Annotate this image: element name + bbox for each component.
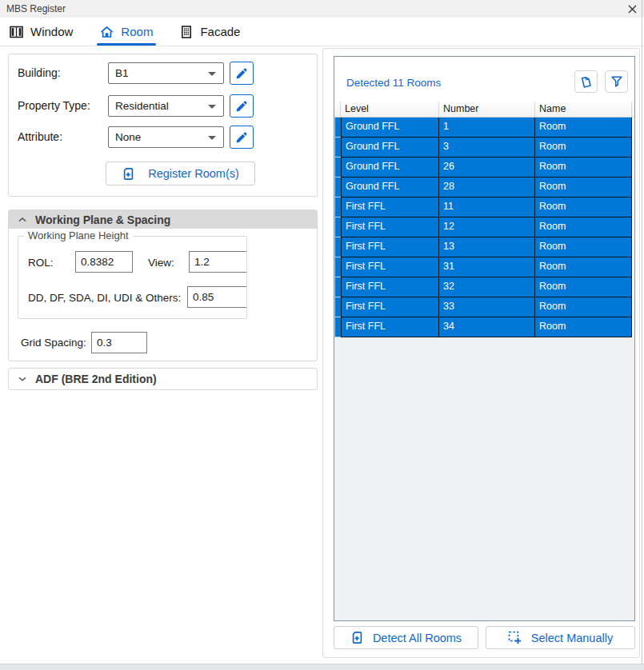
register-rooms-button[interactable]: Register Room(s)	[106, 162, 255, 185]
table-cell[interactable]: Room	[535, 138, 632, 158]
rol-input[interactable]	[75, 251, 133, 273]
working-plane-height-groupbox: ROL: View: DD, DF, SDA, DI, UDI & Others…	[18, 236, 247, 319]
table-corner-cell	[334, 102, 341, 117]
row-selector-gutter[interactable]	[334, 317, 341, 337]
adf-expander-header[interactable]: ADF (BRE 2nd Edition)	[8, 368, 318, 390]
tab-bar: Window Room Facade	[0, 18, 644, 46]
tab-room[interactable]: Room	[97, 18, 156, 46]
page-button[interactable]	[574, 70, 598, 93]
table-cell[interactable]: 13	[439, 237, 535, 257]
building-select[interactable]: B1	[108, 62, 224, 84]
working-plane-expander-header[interactable]: Working Plane & Spacing	[9, 210, 317, 229]
table-cell[interactable]: Room	[535, 257, 632, 277]
tab-room-label: Room	[121, 25, 153, 38]
column-header-level[interactable]: Level	[341, 102, 439, 117]
edit-property-type-button[interactable]	[230, 94, 254, 118]
rol-label: ROL:	[28, 252, 54, 273]
table-row[interactable]: Ground FFL28Room	[334, 177, 634, 197]
table-row[interactable]: Ground FFL1Room	[334, 118, 634, 138]
table-cell[interactable]: Room	[535, 317, 632, 337]
column-header-number[interactable]: Number	[439, 102, 535, 117]
table-cell[interactable]: First FFL	[341, 277, 439, 297]
table-row[interactable]: First FFL12Room	[334, 217, 634, 237]
table-row[interactable]: First FFL13Room	[334, 237, 634, 257]
table-cell[interactable]: 34	[439, 317, 535, 337]
table-cell[interactable]: 1	[439, 118, 535, 138]
table-cell[interactable]: 31	[439, 257, 535, 277]
property-type-label: Property Type:	[18, 95, 90, 117]
table-cell[interactable]: 11	[439, 197, 535, 217]
chevron-down-icon	[208, 105, 216, 109]
chevron-down-icon	[208, 72, 216, 76]
table-cell[interactable]: First FFL	[341, 317, 439, 337]
row-selector-gutter[interactable]	[334, 118, 341, 138]
table-cell[interactable]: First FFL	[341, 197, 439, 217]
table-cell[interactable]: 26	[439, 158, 535, 177]
dashed-selection-plus-icon	[508, 631, 522, 645]
table-cell[interactable]: Room	[535, 118, 632, 138]
edit-attribute-button[interactable]	[230, 126, 254, 149]
detect-all-rooms-label: Detect All Rooms	[373, 632, 462, 644]
table-row[interactable]: First FFL32Room	[334, 277, 634, 297]
table-cell[interactable]: Ground FFL	[341, 158, 439, 177]
row-selector-gutter[interactable]	[334, 197, 341, 217]
chevron-down-icon	[18, 377, 26, 381]
table-row[interactable]: First FFL31Room	[334, 257, 634, 277]
table-cell[interactable]: 33	[439, 297, 535, 317]
row-selector-gutter[interactable]	[334, 217, 341, 237]
table-cell[interactable]: Room	[535, 197, 632, 217]
table-cell[interactable]: Room	[535, 277, 632, 297]
table-cell[interactable]: First FFL	[341, 217, 439, 237]
property-type-select[interactable]: Residential	[108, 95, 224, 117]
attribute-select[interactable]: None	[108, 126, 224, 148]
row-selector-gutter[interactable]	[334, 138, 341, 158]
filter-button[interactable]	[605, 70, 628, 93]
close-button[interactable]	[626, 3, 638, 15]
dd-df-sda-input[interactable]	[187, 286, 247, 308]
table-cell[interactable]: 12	[439, 217, 535, 237]
table-row[interactable]: Ground FFL26Room	[334, 158, 634, 177]
row-selector-gutter[interactable]	[334, 158, 341, 177]
select-manually-button[interactable]: Select Manually	[486, 626, 635, 649]
table-cell[interactable]: 28	[439, 177, 535, 197]
row-selector-gutter[interactable]	[334, 277, 341, 297]
table-cell[interactable]: Ground FFL	[341, 118, 439, 138]
table-cell[interactable]: Room	[535, 237, 632, 257]
view-input[interactable]	[189, 251, 247, 273]
detect-all-rooms-button[interactable]: Detect All Rooms	[334, 626, 478, 649]
table-cell[interactable]: First FFL	[341, 237, 439, 257]
table-cell[interactable]: Room	[535, 217, 632, 237]
select-manually-label: Select Manually	[531, 632, 613, 644]
table-row[interactable]: First FFL34Room	[334, 317, 634, 337]
tab-facade[interactable]: Facade	[177, 18, 243, 46]
window-icon	[10, 26, 23, 38]
pencil-icon	[235, 100, 248, 113]
rooms-list-container: Detected 11 Rooms Level Number Name	[334, 56, 635, 621]
table-body: Ground FFL1RoomGround FFL3RoomGround FFL…	[334, 118, 634, 337]
table-row[interactable]: Ground FFL3Room	[334, 138, 634, 158]
rooms-panel: Detected 11 Rooms Level Number Name	[322, 48, 640, 658]
table-cell[interactable]: Room	[535, 297, 632, 317]
table-cell[interactable]: 32	[439, 277, 535, 297]
pencil-icon	[235, 67, 248, 80]
table-cell[interactable]: Ground FFL	[341, 177, 439, 197]
table-cell[interactable]: First FFL	[341, 257, 439, 277]
window-bottom-edge	[0, 664, 644, 670]
table-row[interactable]: First FFL11Room	[334, 197, 634, 217]
funnel-icon	[610, 75, 623, 88]
table-cell[interactable]: Room	[535, 158, 632, 177]
row-selector-gutter[interactable]	[334, 257, 341, 277]
grid-spacing-input[interactable]	[91, 332, 147, 353]
table-cell[interactable]: Ground FFL	[341, 138, 439, 158]
table-cell[interactable]: Room	[535, 177, 632, 197]
detected-rooms-label: Detected 11 Rooms	[346, 77, 441, 89]
row-selector-gutter[interactable]	[334, 237, 341, 257]
column-header-name[interactable]: Name	[535, 102, 632, 117]
row-selector-gutter[interactable]	[334, 177, 341, 197]
row-selector-gutter[interactable]	[334, 297, 341, 317]
table-cell[interactable]: 3	[439, 138, 535, 158]
edit-building-button[interactable]	[230, 62, 254, 85]
table-row[interactable]: First FFL33Room	[334, 297, 634, 317]
tab-window[interactable]: Window	[6, 18, 76, 46]
table-cell[interactable]: First FFL	[341, 297, 439, 317]
